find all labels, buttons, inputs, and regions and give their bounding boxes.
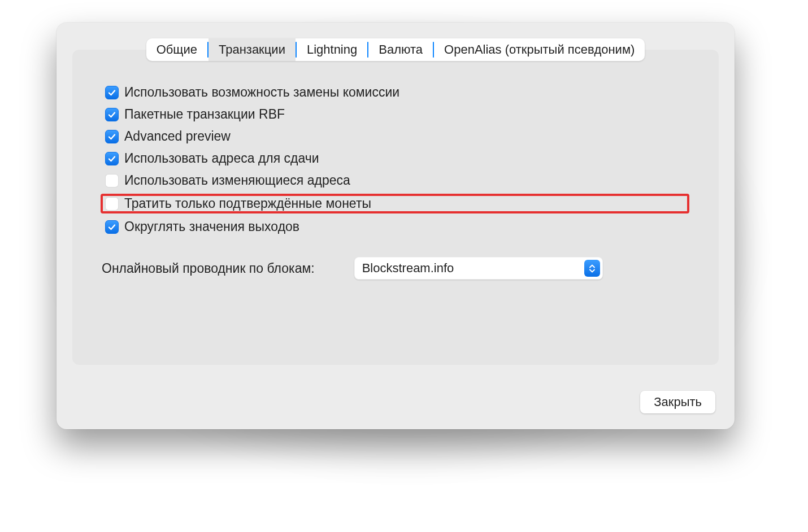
tab-currency[interactable]: Валюта bbox=[368, 38, 433, 61]
dialog-footer: Закрыть bbox=[640, 391, 715, 413]
transactions-panel: Использовать возможность замены комиссии… bbox=[72, 50, 719, 365]
tab-bar: Общие Транзакции Lightning Валюта OpenAl… bbox=[146, 38, 645, 61]
option-use-varying-addresses[interactable]: Использовать изменяющиеся адреса bbox=[102, 172, 689, 189]
close-button-label: Закрыть bbox=[654, 395, 702, 409]
option-label: Advanced preview bbox=[124, 129, 231, 144]
checkbox-icon bbox=[105, 108, 119, 121]
option-label: Использовать возможность замены комиссии bbox=[124, 85, 399, 100]
option-advanced-preview[interactable]: Advanced preview bbox=[102, 128, 689, 145]
option-use-change-addresses[interactable]: Использовать адреса для сдачи bbox=[102, 150, 689, 167]
tab-label: Общие bbox=[157, 42, 197, 57]
tab-lightning[interactable]: Lightning bbox=[297, 38, 367, 61]
option-label: Пакетные транзакции RBF bbox=[124, 107, 285, 122]
tab-label: Транзакции bbox=[219, 42, 285, 57]
option-label: Округлять значения выходов bbox=[124, 219, 299, 234]
checkbox-icon bbox=[105, 86, 119, 99]
tab-general[interactable]: Общие bbox=[146, 38, 207, 61]
tab-transactions[interactable]: Транзакции bbox=[208, 38, 296, 61]
option-label: Использовать изменяющиеся адреса bbox=[124, 173, 350, 188]
block-explorer-label: Онлайновый проводник по блокам: bbox=[102, 261, 315, 276]
checkbox-icon bbox=[105, 220, 119, 234]
checkbox-list: Использовать возможность замены комиссии… bbox=[102, 84, 689, 236]
option-label: Тратить только подтверждённые монеты bbox=[124, 196, 371, 211]
tab-openalias[interactable]: OpenAlias (открытый псевдоним) bbox=[434, 38, 645, 61]
checkbox-icon bbox=[105, 197, 119, 211]
block-explorer-select[interactable]: Blockstream.info bbox=[354, 257, 603, 280]
close-button[interactable]: Закрыть bbox=[640, 391, 715, 413]
option-label: Использовать адреса для сдачи bbox=[124, 151, 319, 166]
select-value: Blockstream.info bbox=[362, 261, 454, 276]
checkbox-icon bbox=[105, 130, 119, 143]
tab-label: Валюта bbox=[379, 42, 423, 57]
tab-label: Lightning bbox=[307, 42, 357, 57]
option-use-rbf[interactable]: Использовать возможность замены комиссии bbox=[102, 84, 689, 101]
block-explorer-row: Онлайновый проводник по блокам: Blockstr… bbox=[102, 257, 689, 280]
checkbox-icon bbox=[105, 152, 119, 165]
checkbox-icon bbox=[105, 174, 119, 187]
option-round-outputs[interactable]: Округлять значения выходов bbox=[102, 218, 689, 236]
select-arrows-icon bbox=[584, 260, 600, 277]
tab-label: OpenAlias (открытый псевдоним) bbox=[444, 42, 635, 57]
preferences-dialog: Общие Транзакции Lightning Валюта OpenAl… bbox=[57, 23, 735, 429]
option-batch-rbf[interactable]: Пакетные транзакции RBF bbox=[102, 106, 689, 123]
option-spend-only-confirmed[interactable]: Тратить только подтверждённые монеты bbox=[101, 194, 689, 213]
